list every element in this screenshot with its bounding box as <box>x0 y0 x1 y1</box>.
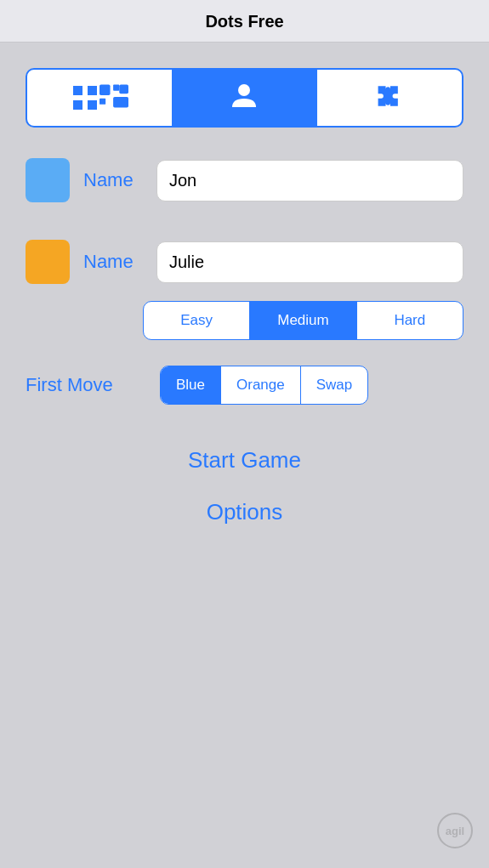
start-game-button[interactable]: Start Game <box>188 447 301 474</box>
svg-rect-8 <box>113 97 128 108</box>
difficulty-medium[interactable]: Medium <box>250 302 356 339</box>
first-move-swap[interactable]: Swap <box>301 366 368 404</box>
orange-swatch <box>26 240 70 284</box>
svg-rect-7 <box>100 99 105 105</box>
person-icon <box>230 82 259 114</box>
options-button[interactable]: Options <box>207 499 283 525</box>
svg-rect-5 <box>100 85 111 96</box>
svg-point-10 <box>238 84 250 96</box>
svg-rect-6 <box>113 85 119 91</box>
title-bar: Dots Free <box>0 0 489 43</box>
action-buttons: Start Game Options <box>26 447 463 525</box>
player-orange-row: Name <box>26 240 463 284</box>
first-move-row: First Move Blue Orange Swap <box>26 366 463 405</box>
tab-puzzle[interactable] <box>317 70 462 126</box>
difficulty-easy[interactable]: Easy <box>144 302 250 339</box>
player-orange-name-label: Name <box>83 251 143 273</box>
difficulty-container: Easy Medium Hard <box>143 301 463 340</box>
svg-rect-3 <box>88 100 97 110</box>
player-blue-row: Name <box>26 158 463 202</box>
main-content: Name Name Easy Medium Hard First Move Bl… <box>0 43 489 525</box>
puzzle-icon <box>375 82 404 114</box>
player-blue-name-input[interactable] <box>156 160 463 201</box>
app-title: Dots Free <box>0 12 489 31</box>
player-blue-name-label: Name <box>83 169 143 191</box>
svg-text:agil: agil <box>446 825 464 837</box>
tab-bar <box>26 68 463 128</box>
first-move-label: First Move <box>26 374 145 396</box>
tab-person[interactable] <box>172 70 316 126</box>
player-orange-name-input[interactable] <box>156 241 463 283</box>
first-move-control: Blue Orange Swap <box>160 366 368 405</box>
first-move-orange[interactable]: Orange <box>221 366 301 404</box>
first-move-blue[interactable]: Blue <box>161 366 221 404</box>
svg-rect-1 <box>88 86 97 95</box>
svg-rect-2 <box>73 100 82 110</box>
grid-icon <box>100 82 128 114</box>
player-divider <box>26 219 463 240</box>
blue-swatch <box>26 158 70 202</box>
svg-rect-9 <box>119 85 128 94</box>
difficulty-control: Easy Medium Hard <box>143 301 463 340</box>
svg-rect-0 <box>73 86 82 95</box>
watermark: agil <box>436 812 474 853</box>
difficulty-hard[interactable]: Hard <box>357 302 463 339</box>
tab-grid[interactable] <box>27 70 172 126</box>
